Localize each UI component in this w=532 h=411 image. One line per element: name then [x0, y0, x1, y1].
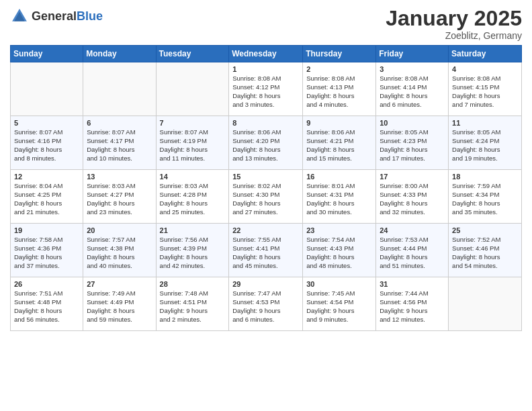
logo-blue: Blue	[77, 9, 103, 23]
day-number: 8	[232, 119, 299, 127]
table-row	[156, 62, 229, 116]
day-info: Sunrise: 7:48 AM Sunset: 4:51 PM Dayligh…	[160, 289, 226, 324]
day-info: Sunrise: 7:44 AM Sunset: 4:56 PM Dayligh…	[380, 289, 445, 324]
table-row: 7Sunrise: 8:07 AM Sunset: 4:19 PM Daylig…	[156, 116, 229, 170]
day-info: Sunrise: 7:47 AM Sunset: 4:53 PM Dayligh…	[232, 289, 299, 324]
logo: GeneralBlue	[10, 7, 103, 26]
day-number: 16	[306, 173, 372, 181]
table-row: 12Sunrise: 8:04 AM Sunset: 4:25 PM Dayli…	[11, 170, 83, 224]
day-number: 29	[232, 280, 299, 288]
day-info: Sunrise: 7:56 AM Sunset: 4:39 PM Dayligh…	[160, 236, 226, 270]
table-row: 13Sunrise: 8:03 AM Sunset: 4:27 PM Dayli…	[83, 170, 156, 224]
table-row: 25Sunrise: 7:52 AM Sunset: 4:46 PM Dayli…	[449, 224, 522, 277]
day-number: 18	[452, 173, 518, 181]
table-row	[449, 277, 522, 331]
table-row: 20Sunrise: 7:57 AM Sunset: 4:38 PM Dayli…	[83, 224, 156, 277]
table-row: 6Sunrise: 8:07 AM Sunset: 4:17 PM Daylig…	[83, 116, 156, 170]
table-row: 21Sunrise: 7:56 AM Sunset: 4:39 PM Dayli…	[156, 224, 229, 277]
day-info: Sunrise: 8:01 AM Sunset: 4:31 PM Dayligh…	[306, 182, 372, 216]
logo-general: General	[32, 9, 77, 23]
table-row: 30Sunrise: 7:45 AM Sunset: 4:54 PM Dayli…	[303, 277, 376, 331]
col-monday: Monday	[83, 46, 156, 62]
day-info: Sunrise: 8:05 AM Sunset: 4:24 PM Dayligh…	[452, 128, 518, 163]
day-number: 26	[14, 280, 79, 288]
day-number: 7	[160, 119, 226, 127]
table-row: 27Sunrise: 7:49 AM Sunset: 4:49 PM Dayli…	[83, 277, 156, 331]
day-info: Sunrise: 7:57 AM Sunset: 4:38 PM Dayligh…	[87, 236, 152, 270]
table-row	[83, 62, 156, 116]
day-info: Sunrise: 7:58 AM Sunset: 4:36 PM Dayligh…	[14, 236, 79, 270]
day-number: 13	[87, 173, 152, 181]
day-number: 4	[452, 65, 518, 73]
table-row: 19Sunrise: 7:58 AM Sunset: 4:36 PM Dayli…	[11, 224, 83, 277]
table-row: 26Sunrise: 7:51 AM Sunset: 4:48 PM Dayli…	[11, 277, 83, 331]
table-row: 10Sunrise: 8:05 AM Sunset: 4:23 PM Dayli…	[376, 116, 449, 170]
table-row: 11Sunrise: 8:05 AM Sunset: 4:24 PM Dayli…	[449, 116, 522, 170]
table-row: 14Sunrise: 8:03 AM Sunset: 4:28 PM Dayli…	[156, 170, 229, 224]
table-row: 28Sunrise: 7:48 AM Sunset: 4:51 PM Dayli…	[156, 277, 229, 331]
col-sunday: Sunday	[11, 46, 83, 62]
day-number: 14	[160, 173, 226, 181]
day-info: Sunrise: 8:07 AM Sunset: 4:16 PM Dayligh…	[14, 128, 79, 163]
calendar-table: Sunday Monday Tuesday Wednesday Thursday…	[10, 45, 522, 331]
calendar-week-row: 26Sunrise: 7:51 AM Sunset: 4:48 PM Dayli…	[11, 277, 522, 331]
table-row: 29Sunrise: 7:47 AM Sunset: 4:53 PM Dayli…	[229, 277, 303, 331]
table-row: 18Sunrise: 7:59 AM Sunset: 4:34 PM Dayli…	[449, 170, 522, 224]
day-number: 27	[87, 280, 152, 288]
day-number: 24	[380, 226, 445, 234]
day-info: Sunrise: 8:03 AM Sunset: 4:28 PM Dayligh…	[160, 182, 226, 216]
day-info: Sunrise: 8:04 AM Sunset: 4:25 PM Dayligh…	[14, 182, 79, 216]
header: GeneralBlue January 2025 Zoeblitz, Germa…	[10, 7, 522, 41]
day-info: Sunrise: 8:08 AM Sunset: 4:13 PM Dayligh…	[306, 75, 372, 109]
day-info: Sunrise: 8:03 AM Sunset: 4:27 PM Dayligh…	[87, 182, 152, 216]
location-subtitle: Zoeblitz, Germany	[386, 30, 522, 41]
logo-text: GeneralBlue	[32, 9, 103, 24]
table-row: 16Sunrise: 8:01 AM Sunset: 4:31 PM Dayli…	[303, 170, 376, 224]
day-number: 20	[87, 226, 152, 234]
table-row: 23Sunrise: 7:54 AM Sunset: 4:43 PM Dayli…	[303, 224, 376, 277]
day-info: Sunrise: 7:52 AM Sunset: 4:46 PM Dayligh…	[452, 236, 518, 270]
col-saturday: Saturday	[449, 46, 522, 62]
calendar-week-row: 1Sunrise: 8:08 AM Sunset: 4:12 PM Daylig…	[11, 62, 522, 116]
table-row: 8Sunrise: 8:06 AM Sunset: 4:20 PM Daylig…	[229, 116, 303, 170]
table-row: 5Sunrise: 8:07 AM Sunset: 4:16 PM Daylig…	[11, 116, 83, 170]
col-wednesday: Wednesday	[229, 46, 303, 62]
table-row	[11, 62, 83, 116]
day-number: 19	[14, 226, 79, 234]
day-number: 30	[306, 280, 372, 288]
day-info: Sunrise: 7:54 AM Sunset: 4:43 PM Dayligh…	[306, 236, 372, 270]
day-info: Sunrise: 7:45 AM Sunset: 4:54 PM Dayligh…	[306, 289, 372, 324]
col-thursday: Thursday	[303, 46, 376, 62]
table-row: 22Sunrise: 7:55 AM Sunset: 4:41 PM Dayli…	[229, 224, 303, 277]
day-info: Sunrise: 8:07 AM Sunset: 4:19 PM Dayligh…	[160, 128, 226, 163]
calendar-week-row: 5Sunrise: 8:07 AM Sunset: 4:16 PM Daylig…	[11, 116, 522, 170]
day-info: Sunrise: 8:05 AM Sunset: 4:23 PM Dayligh…	[380, 128, 445, 163]
day-info: Sunrise: 8:07 AM Sunset: 4:17 PM Dayligh…	[87, 128, 152, 163]
page-container: GeneralBlue January 2025 Zoeblitz, Germa…	[0, 0, 532, 338]
day-number: 9	[306, 119, 372, 127]
day-info: Sunrise: 8:02 AM Sunset: 4:30 PM Dayligh…	[232, 182, 299, 216]
day-number: 12	[14, 173, 79, 181]
day-number: 21	[160, 226, 226, 234]
table-row: 4Sunrise: 8:08 AM Sunset: 4:15 PM Daylig…	[449, 62, 522, 116]
day-info: Sunrise: 8:08 AM Sunset: 4:15 PM Dayligh…	[452, 75, 518, 109]
table-row: 2Sunrise: 8:08 AM Sunset: 4:13 PM Daylig…	[303, 62, 376, 116]
calendar-week-row: 19Sunrise: 7:58 AM Sunset: 4:36 PM Dayli…	[11, 224, 522, 277]
day-info: Sunrise: 7:51 AM Sunset: 4:48 PM Dayligh…	[14, 289, 79, 324]
day-number: 2	[306, 65, 372, 73]
day-number: 23	[306, 226, 372, 234]
day-info: Sunrise: 8:06 AM Sunset: 4:21 PM Dayligh…	[306, 128, 372, 163]
calendar-header-row: Sunday Monday Tuesday Wednesday Thursday…	[11, 46, 522, 62]
day-number: 17	[380, 173, 445, 181]
table-row: 24Sunrise: 7:53 AM Sunset: 4:44 PM Dayli…	[376, 224, 449, 277]
day-number: 28	[160, 280, 226, 288]
table-row: 9Sunrise: 8:06 AM Sunset: 4:21 PM Daylig…	[303, 116, 376, 170]
day-number: 25	[452, 226, 518, 234]
table-row: 31Sunrise: 7:44 AM Sunset: 4:56 PM Dayli…	[376, 277, 449, 331]
table-row: 1Sunrise: 8:08 AM Sunset: 4:12 PM Daylig…	[229, 62, 303, 116]
day-info: Sunrise: 8:08 AM Sunset: 4:14 PM Dayligh…	[380, 75, 445, 109]
day-info: Sunrise: 8:08 AM Sunset: 4:12 PM Dayligh…	[232, 75, 299, 109]
title-block: January 2025 Zoeblitz, Germany	[386, 7, 522, 41]
calendar-week-row: 12Sunrise: 8:04 AM Sunset: 4:25 PM Dayli…	[11, 170, 522, 224]
table-row: 17Sunrise: 8:00 AM Sunset: 4:33 PM Dayli…	[376, 170, 449, 224]
